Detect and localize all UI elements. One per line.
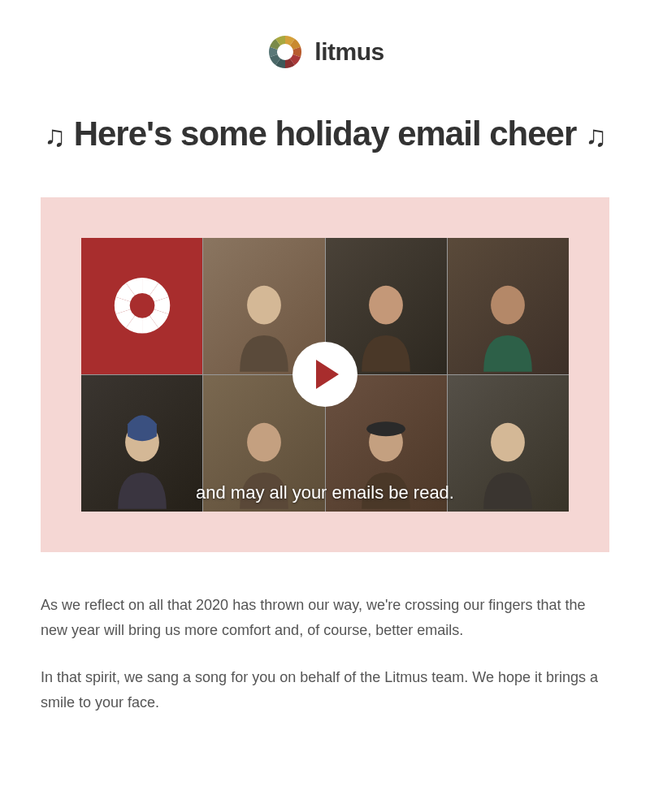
brand-wheel-icon [109, 268, 176, 343]
svg-point-2 [491, 285, 525, 324]
svg-point-1 [369, 285, 403, 324]
headline-text: Here's some holiday email cheer [74, 114, 577, 153]
video-tile-brand [81, 238, 202, 374]
logo-section: litmus [41, 32, 609, 71]
headline: ♫ Here's some holiday email cheer ♫ [41, 112, 609, 157]
video-thumbnail[interactable]: and may all your emails be read. [81, 238, 569, 512]
litmus-logo-icon [266, 32, 305, 71]
music-note-icon: ♫ [44, 118, 65, 156]
body-paragraph-2: In that spirit, we sang a song for you o… [41, 665, 609, 715]
brand-name: litmus [314, 38, 384, 66]
video-section: and may all your emails be read. [41, 197, 609, 553]
video-tile-person [448, 238, 569, 374]
play-icon [316, 360, 339, 389]
video-caption: and may all your emails be read. [81, 482, 569, 503]
svg-point-6 [366, 421, 405, 436]
body-paragraph-1: As we reflect on all that 2020 has throw… [41, 593, 609, 642]
email-container: litmus ♫ Here's some holiday email cheer… [0, 0, 650, 770]
play-button[interactable] [292, 342, 358, 407]
svg-point-0 [247, 285, 281, 324]
svg-point-4 [247, 423, 281, 462]
svg-point-7 [491, 423, 525, 462]
music-note-icon: ♫ [585, 118, 606, 156]
